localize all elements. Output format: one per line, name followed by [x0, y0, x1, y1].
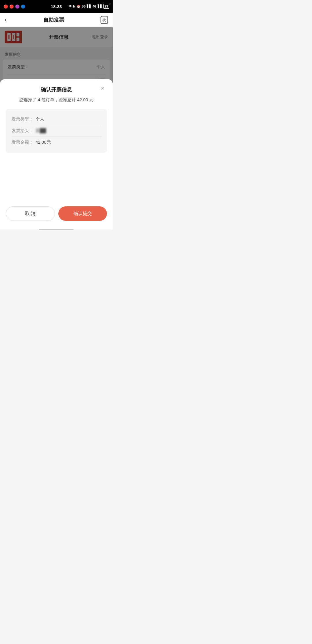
signal-bars2-icon: ▋▋	[98, 5, 102, 8]
modal-header-label: 发票抬头：	[12, 128, 33, 134]
home-indicator	[39, 229, 74, 230]
modal-amount-label: 发票金额：	[12, 140, 33, 145]
signal-4g-icon: 4G	[92, 5, 96, 8]
confirm-modal: × 确认开票信息 您选择了 4 笔订单，金额总计 42.00 元 发票类型： 个…	[0, 79, 113, 230]
modal-type-row: 发票类型： 个人	[12, 114, 101, 125]
modal-header-value: 莫██	[36, 128, 46, 134]
modal-amount-value: 42.00元	[36, 140, 51, 145]
modal-info-card: 发票类型： 个人 发票抬头： 莫██ 发票金额： 42.00元	[6, 109, 107, 153]
status-bar: 🔴 🔴 🟣 🔵 18:33 👁 N ⏰ 5G ▋▋ 4G ▋▋ 23	[0, 0, 113, 13]
alarm-icon: ⏰	[77, 5, 81, 8]
cancel-button[interactable]: 取 消	[6, 206, 55, 221]
modal-subtitle: 您选择了 4 笔订单，金额总计 42.00 元	[6, 97, 107, 103]
modal-close-button[interactable]: ×	[98, 84, 107, 92]
navigation-bar: ‹ 自助发票 ⎋	[0, 13, 113, 27]
page-title: 自助发票	[43, 16, 64, 23]
status-bar-time: 18:33	[51, 4, 62, 9]
modal-title: 确认开票信息	[6, 86, 107, 93]
signal-5g-icon: 5G	[82, 5, 86, 8]
status-bar-right-icons: 👁 N ⏰ 5G ▋▋ 4G ▋▋ 23	[68, 4, 109, 9]
modal-amount-row: 发票金额： 42.00元	[12, 137, 101, 148]
exit-button[interactable]: ⎋	[101, 16, 108, 24]
modal-buttons: 取 消 确认提交	[6, 206, 107, 221]
battery-icon: 23	[103, 4, 109, 9]
modal-type-label: 发票类型：	[12, 116, 33, 122]
back-button[interactable]: ‹	[5, 16, 7, 24]
status-bar-left-icons: 🔴 🔴 🟣 🔵	[3, 4, 25, 9]
modal-type-value: 个人	[36, 116, 44, 122]
modal-header-row: 发票抬头： 莫██	[12, 125, 101, 137]
signal-bars-icon: ▋▋	[87, 5, 91, 8]
nfc-icon: N	[73, 5, 75, 8]
eye-icon: 👁	[68, 4, 72, 8]
confirm-submit-button[interactable]: 确认提交	[58, 206, 107, 221]
